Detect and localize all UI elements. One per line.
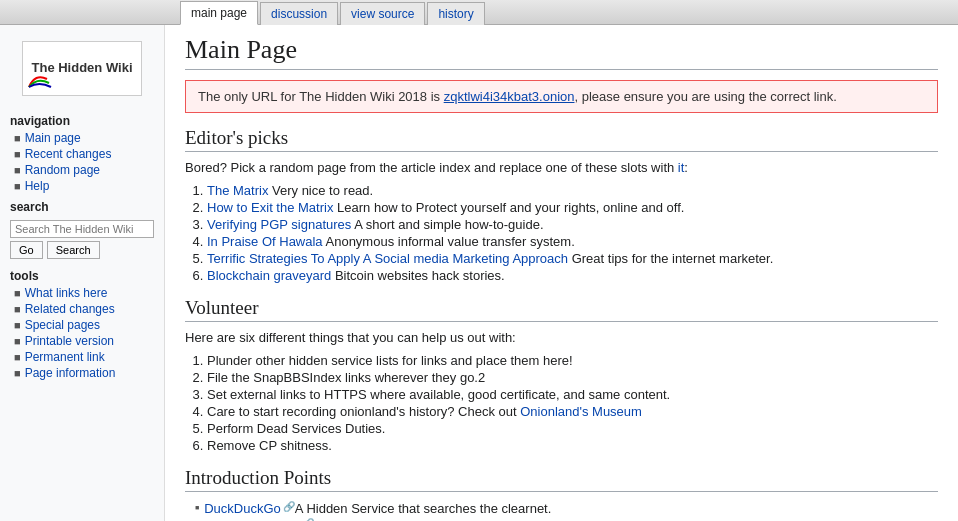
bullet-icon: ■ xyxy=(14,164,21,176)
page-title: Main Page xyxy=(185,35,938,70)
matrix-link[interactable]: The Matrix xyxy=(207,183,268,198)
sidebar-link-page-information[interactable]: Page information xyxy=(25,366,116,380)
search-go-button[interactable]: Go xyxy=(10,241,43,259)
editors-picks-list: The Matrix Very nice to read. How to Exi… xyxy=(207,183,938,283)
list-item: Care to start recording onionland's hist… xyxy=(207,404,938,419)
sidebar-link-related-changes[interactable]: Related changes xyxy=(25,302,115,316)
blockchain-link[interactable]: Blockchain graveyard xyxy=(207,268,331,283)
social-media-link[interactable]: Terrific Strategies To Apply A Social me… xyxy=(207,251,568,266)
sidebar-item-permanent-link[interactable]: ■ Permanent link xyxy=(0,349,164,365)
onionland-museum-link[interactable]: Onionland's Museum xyxy=(520,404,642,419)
volunteer-list: Plunder other hidden service lists for l… xyxy=(207,353,938,453)
bullet-icon: ■ xyxy=(14,335,21,347)
logo-swoosh-icon xyxy=(27,71,57,91)
duckduckgo-link[interactable]: DuckDuckGo xyxy=(204,501,281,516)
list-item: Blockchain graveyard Bitcoin websites ha… xyxy=(207,268,938,283)
list-item: Remove CP shitness. xyxy=(207,438,938,453)
search-area: Go Search xyxy=(0,216,164,263)
bullet-icon: ■ xyxy=(14,319,21,331)
sidebar-link-main-page[interactable]: Main page xyxy=(25,131,81,145)
editors-picks-it-link[interactable]: it xyxy=(678,160,685,175)
list-item: File the SnapBBSIndex links wherever the… xyxy=(207,370,938,385)
external-link-icon: 🔗 xyxy=(283,501,295,512)
list-item: In Praise Of Hawala Anonymous informal v… xyxy=(207,234,938,249)
editors-picks-title: Editor's picks xyxy=(185,127,938,152)
tools-section-title: tools xyxy=(0,263,164,285)
sidebar-link-special-pages[interactable]: Special pages xyxy=(25,318,100,332)
bullet-icon: ■ xyxy=(14,351,21,363)
sidebar: The Hidden Wiki navigation ■ Main page ■… xyxy=(0,25,165,521)
list-item: Terrific Strategies To Apply A Social me… xyxy=(207,251,938,266)
intro-points-list: DuckDuckGo 🔗 A Hidden Service that searc… xyxy=(195,500,938,521)
sidebar-item-main-page[interactable]: ■ Main page xyxy=(0,130,164,146)
logo-box: The Hidden Wiki xyxy=(22,41,142,96)
list-item: DuckDuckGo 🔗 A Hidden Service that searc… xyxy=(195,500,938,517)
alert-suffix: , please ensure you are using the correc… xyxy=(574,89,836,104)
sidebar-item-random-page[interactable]: ■ Random page xyxy=(0,162,164,178)
sidebar-link-what-links-here[interactable]: What links here xyxy=(25,286,108,300)
alert-url[interactable]: zqktlwi4i34kbat3.onion xyxy=(444,89,575,104)
list-item: Plunder other hidden service lists for l… xyxy=(207,353,938,368)
hawala-link[interactable]: In Praise Of Hawala xyxy=(207,234,323,249)
tab-bar: main page discussion view source history xyxy=(0,0,958,25)
sidebar-link-help[interactable]: Help xyxy=(25,179,50,193)
bullet-icon: ■ xyxy=(14,180,21,192)
sidebar-item-printable-version[interactable]: ■ Printable version xyxy=(0,333,164,349)
bullet-icon: ■ xyxy=(14,132,21,144)
editors-picks-intro: Bored? Pick a random page from the artic… xyxy=(185,160,938,175)
exit-matrix-link[interactable]: How to Exit the Matrix xyxy=(207,200,333,215)
sidebar-link-random-page[interactable]: Random page xyxy=(25,163,100,177)
tab-main-page[interactable]: main page xyxy=(180,1,258,25)
list-item: Perform Dead Services Duties. xyxy=(207,421,938,436)
list-item: Verifying PGP signatures A short and sim… xyxy=(207,217,938,232)
volunteer-title: Volunteer xyxy=(185,297,938,322)
list-item: How to Exit the Matrix Learn how to Prot… xyxy=(207,200,938,215)
intro-points-title: Introduction Points xyxy=(185,467,938,492)
sidebar-link-permanent-link[interactable]: Permanent link xyxy=(25,350,105,364)
tab-view-source[interactable]: view source xyxy=(340,2,425,25)
nav-section-title: navigation xyxy=(0,108,164,130)
sidebar-link-printable-version[interactable]: Printable version xyxy=(25,334,114,348)
alert-prefix: The only URL for The Hidden Wiki 2018 is xyxy=(198,89,444,104)
search-search-button[interactable]: Search xyxy=(47,241,100,259)
search-section-title: search xyxy=(0,194,164,216)
bullet-icon: ■ xyxy=(14,287,21,299)
bullet-icon: ■ xyxy=(14,367,21,379)
list-item: Set external links to HTTPS where availa… xyxy=(207,387,938,402)
sidebar-item-recent-changes[interactable]: ■ Recent changes xyxy=(0,146,164,162)
sidebar-item-what-links-here[interactable]: ■ What links here xyxy=(0,285,164,301)
logo-area: The Hidden Wiki xyxy=(0,33,164,108)
tab-discussion[interactable]: discussion xyxy=(260,2,338,25)
sidebar-link-recent-changes[interactable]: Recent changes xyxy=(25,147,112,161)
sidebar-item-special-pages[interactable]: ■ Special pages xyxy=(0,317,164,333)
pgp-link[interactable]: Verifying PGP signatures xyxy=(207,217,351,232)
bullet-icon: ■ xyxy=(14,148,21,160)
volunteer-intro: Here are six different things that you c… xyxy=(185,330,938,345)
alert-box: The only URL for The Hidden Wiki 2018 is… xyxy=(185,80,938,113)
sidebar-item-related-changes[interactable]: ■ Related changes xyxy=(0,301,164,317)
sidebar-item-help[interactable]: ■ Help xyxy=(0,178,164,194)
sidebar-item-page-information[interactable]: ■ Page information xyxy=(0,365,164,381)
list-item: The Hidden Wiki 🔗 A mirror of the Hidden… xyxy=(195,517,938,521)
search-input[interactable] xyxy=(10,220,154,238)
main-content: Main Page The only URL for The Hidden Wi… xyxy=(165,25,958,521)
bullet-icon: ■ xyxy=(14,303,21,315)
tab-history[interactable]: history xyxy=(427,2,484,25)
list-item: The Matrix Very nice to read. xyxy=(207,183,938,198)
